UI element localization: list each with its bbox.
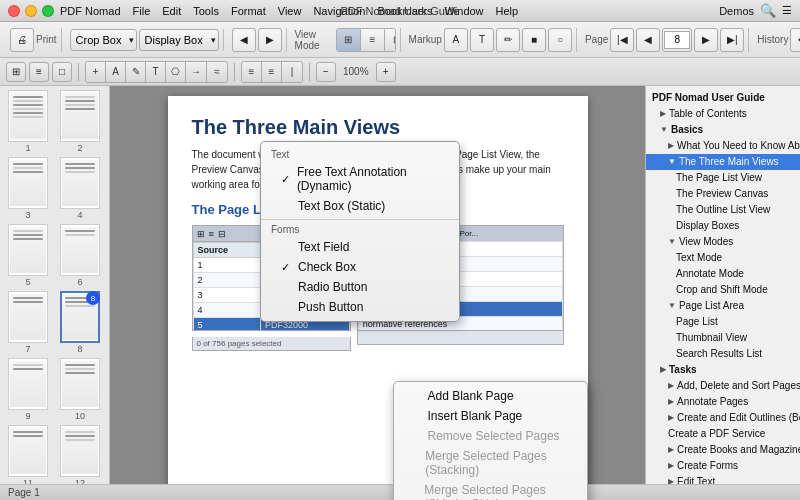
- thumb-item-4[interactable]: 4: [56, 157, 104, 220]
- tb2-seg2[interactable]: A: [106, 62, 126, 82]
- context-menu[interactable]: Add Blank Page Insert Blank Page Remove …: [393, 381, 588, 500]
- thumb-item-12[interactable]: 12: [56, 425, 104, 488]
- table-toolbar-icon2[interactable]: ≡: [209, 229, 214, 239]
- toc-item-annotatemode[interactable]: Annotate Mode: [646, 266, 800, 282]
- search-icon[interactable]: 🔍: [760, 3, 776, 18]
- toc-item-pdfservice[interactable]: Create a PDF Service: [646, 426, 800, 442]
- toc-item-pagelistarea[interactable]: ▼ Page List Area: [646, 298, 800, 314]
- toc-header[interactable]: PDF Nomad User Guide: [646, 90, 800, 106]
- tb2-align3[interactable]: |: [282, 62, 302, 82]
- menu-help[interactable]: Help: [496, 5, 519, 17]
- ctx-insert-blank-page[interactable]: Insert Blank Page: [394, 406, 587, 426]
- menu-edit[interactable]: Edit: [162, 5, 181, 17]
- markup-btn3[interactable]: ✏: [496, 28, 520, 52]
- tb2-seg1[interactable]: +: [86, 62, 106, 82]
- page-btn4[interactable]: ▶|: [720, 28, 744, 52]
- thumb-page-7[interactable]: [8, 291, 48, 343]
- tb2-seg4[interactable]: T: [146, 62, 166, 82]
- page-input-btn[interactable]: [662, 28, 692, 52]
- table-toolbar-icon1[interactable]: ⊞: [197, 229, 205, 239]
- toc-item-outlines[interactable]: ▶ Create and Edit Outlines (BookMar: [646, 410, 800, 426]
- viewmode-seg1[interactable]: ⊞: [337, 29, 361, 51]
- thumb-item-1[interactable]: 1: [4, 90, 52, 153]
- table-toolbar-icon3[interactable]: ⊟: [218, 229, 226, 239]
- thumb-page-9[interactable]: [8, 358, 48, 410]
- thumb-page-3[interactable]: [8, 157, 48, 209]
- markup-btn2[interactable]: T: [470, 28, 494, 52]
- maximize-button[interactable]: [42, 5, 54, 17]
- toc-item-textmode[interactable]: Text Mode: [646, 250, 800, 266]
- tb2-btn2[interactable]: ≡: [29, 62, 49, 82]
- text-menu-item-free-text[interactable]: ✓ Free Text Annotation (Dynamic): [261, 162, 459, 196]
- menu-view[interactable]: View: [278, 5, 302, 17]
- text-menu-item-textfield[interactable]: Text Field: [261, 237, 459, 257]
- toc-item-threemainviews[interactable]: ▼ The Three Main Views: [646, 154, 800, 170]
- toc-item-annotate[interactable]: ▶ Annotate Pages: [646, 394, 800, 410]
- history-back[interactable]: ↩: [790, 28, 800, 52]
- page-btn1[interactable]: |◀: [610, 28, 634, 52]
- text-menu-item-push[interactable]: Push Button: [261, 297, 459, 317]
- thumb-page-12[interactable]: [60, 425, 100, 477]
- thumb-page-11[interactable]: [8, 425, 48, 477]
- markup-btn4[interactable]: ■: [522, 28, 546, 52]
- tb2-seg3[interactable]: ✎: [126, 62, 146, 82]
- thumbnail-panel[interactable]: 1 2 3 4: [0, 86, 110, 500]
- tb2-btn3[interactable]: □: [52, 62, 72, 82]
- thumb-page-5[interactable]: [8, 224, 48, 276]
- tb2-seg6[interactable]: →: [186, 62, 207, 82]
- close-button[interactable]: [8, 5, 20, 17]
- menu-file[interactable]: File: [133, 5, 151, 17]
- thumb-item-5[interactable]: 5: [4, 224, 52, 287]
- page-btn2[interactable]: ◀: [636, 28, 660, 52]
- tb2-seg7[interactable]: ≈: [207, 62, 227, 82]
- menu-app[interactable]: PDF Nomad: [60, 5, 121, 17]
- thumb-page-4[interactable]: [60, 157, 100, 209]
- thumb-page-2[interactable]: [60, 90, 100, 142]
- toc-item-pagelistview[interactable]: The Page List View: [646, 170, 800, 186]
- page-number-input[interactable]: [664, 31, 690, 49]
- thumb-item-3[interactable]: 3: [4, 157, 52, 220]
- cropbox-select[interactable]: Crop Box: [70, 29, 137, 51]
- toc-item-forms[interactable]: ▶ Create Forms: [646, 458, 800, 474]
- toc-item-tasks[interactable]: ▶ Tasks: [646, 362, 800, 378]
- text-menu-item-radio[interactable]: Radio Button: [261, 277, 459, 297]
- tb2-align2[interactable]: ≡: [262, 62, 282, 82]
- tb2-seg5[interactable]: ⎔: [166, 62, 186, 82]
- tb2-zoom-in[interactable]: +: [376, 62, 396, 82]
- thumb-page-8[interactable]: 8: [60, 291, 100, 343]
- toc-item-pagelist[interactable]: Page List: [646, 314, 800, 330]
- thumb-item-9[interactable]: 9: [4, 358, 52, 421]
- ctx-add-blank-page[interactable]: Add Blank Page: [394, 386, 587, 406]
- toc-item-books[interactable]: ▶ Create Books and Magazines: [646, 442, 800, 458]
- nav-forward-button[interactable]: ▶: [258, 28, 282, 52]
- col-header-source[interactable]: Source: [193, 243, 260, 258]
- toc-item-basics[interactable]: ▼ Basics: [646, 122, 800, 138]
- toc-item-cropshiftmode[interactable]: Crop and Shift Mode: [646, 282, 800, 298]
- tb2-zoom-out[interactable]: −: [316, 62, 336, 82]
- nav-back-button[interactable]: ◀: [232, 28, 256, 52]
- text-menu-item-checkbox[interactable]: ✓ Check Box: [261, 257, 459, 277]
- thumb-item-8[interactable]: 8 8: [56, 291, 104, 354]
- thumb-item-7[interactable]: 7: [4, 291, 52, 354]
- tb2-btn1[interactable]: ⊞: [6, 62, 26, 82]
- thumb-page-1[interactable]: [8, 90, 48, 142]
- viewmode-seg3[interactable]: ⊟: [385, 29, 396, 51]
- toc-item-adddeletesort[interactable]: ▶ Add, Delete and Sort Pages: [646, 378, 800, 394]
- menu-format[interactable]: Format: [231, 5, 266, 17]
- thumb-item-2[interactable]: 2: [56, 90, 104, 153]
- page-btn3[interactable]: ▶: [694, 28, 718, 52]
- text-menu-item-textbox[interactable]: Text Box (Static): [261, 196, 459, 216]
- minimize-button[interactable]: [25, 5, 37, 17]
- toc-item-whatyouneed[interactable]: ▶ What You Need to Know About Te: [646, 138, 800, 154]
- toc-item-outlinelistview[interactable]: The Outline List View: [646, 202, 800, 218]
- toc-item-displayboxes[interactable]: Display Boxes: [646, 218, 800, 234]
- thumb-item-10[interactable]: 10: [56, 358, 104, 421]
- markup-btn5[interactable]: ○: [548, 28, 572, 52]
- toc-item-thumbnailview[interactable]: Thumbnail View: [646, 330, 800, 346]
- toc-item-viewmodes[interactable]: ▼ View Modes: [646, 234, 800, 250]
- print-button[interactable]: 🖨: [10, 28, 34, 52]
- toc-item-searchresults[interactable]: Search Results List: [646, 346, 800, 362]
- displaybox-select[interactable]: Display Box: [139, 29, 219, 51]
- tb2-align1[interactable]: ≡: [242, 62, 262, 82]
- thumb-page-10[interactable]: [60, 358, 100, 410]
